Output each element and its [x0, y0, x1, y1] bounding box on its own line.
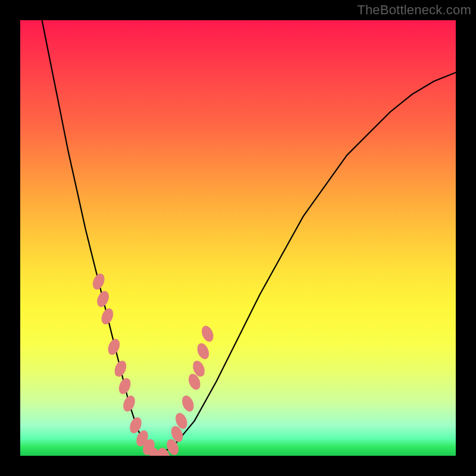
blob-point: [112, 359, 129, 378]
blob-point: [90, 272, 107, 292]
bottleneck-curve: [42, 20, 456, 456]
blob-point: [99, 306, 115, 326]
blob-point: [106, 337, 122, 357]
plot-area: [20, 20, 456, 456]
highlight-blobs: [90, 272, 215, 456]
chart-svg: [20, 20, 456, 456]
watermark-text: TheBottleneck.com: [357, 2, 471, 18]
blob-point: [121, 394, 137, 414]
blob-point: [95, 289, 111, 309]
blob-point: [195, 342, 211, 361]
blob-point: [180, 394, 196, 414]
blob-point: [199, 324, 215, 344]
blob-point: [117, 377, 133, 396]
